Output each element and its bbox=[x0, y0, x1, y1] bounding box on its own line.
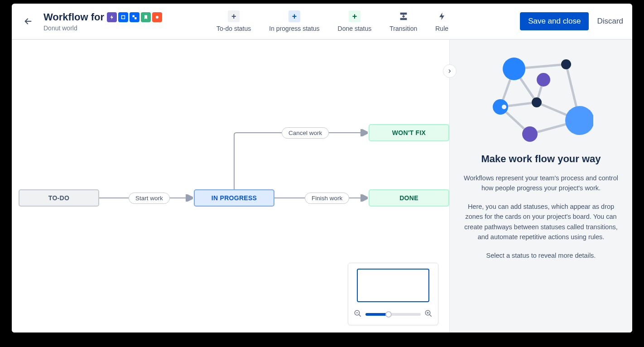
plus-icon: + bbox=[288, 10, 300, 22]
add-inprogress-status-button[interactable]: + In progress status bbox=[269, 10, 319, 32]
svg-point-34 bbox=[502, 105, 506, 109]
svg-rect-2 bbox=[135, 17, 137, 19]
status-toolbar: + To-do status + In progress status + Do… bbox=[216, 10, 448, 32]
page-title-prefix: Workflow for bbox=[43, 11, 104, 23]
zoom-in-button[interactable] bbox=[424, 309, 433, 319]
toolbar-label: Rule bbox=[435, 25, 448, 32]
editor-header: Workflow for Donut world + To-do status … bbox=[12, 4, 632, 40]
transition-cancel-work[interactable]: Cancel work bbox=[282, 127, 329, 139]
workflow-canvas[interactable]: TO-DO IN PROGRESS DONE WON'T FIX Start w… bbox=[12, 40, 449, 333]
discard-button[interactable]: Discard bbox=[597, 17, 623, 26]
detail-panel: Make work flow your way Workflows repres… bbox=[449, 40, 632, 333]
node-label: TO-DO bbox=[48, 194, 69, 202]
zoom-out-button[interactable] bbox=[354, 309, 362, 319]
title-block: Workflow for Donut world bbox=[43, 11, 162, 32]
zoom-in-icon bbox=[424, 309, 433, 318]
back-button[interactable] bbox=[21, 14, 35, 29]
svg-point-33 bbox=[537, 73, 550, 87]
svg-rect-4 bbox=[400, 13, 407, 15]
status-node-wont-fix[interactable]: WON'T FIX bbox=[369, 124, 449, 141]
node-label: WON'T FIX bbox=[392, 129, 426, 136]
zoom-slider[interactable] bbox=[365, 313, 421, 316]
subtask-icon bbox=[130, 12, 139, 22]
transition-label: Cancel work bbox=[288, 130, 322, 136]
story-icon bbox=[141, 12, 151, 22]
project-name: Donut world bbox=[43, 24, 162, 32]
add-todo-status-button[interactable]: + To-do status bbox=[216, 10, 251, 32]
bug-icon bbox=[152, 12, 162, 22]
add-rule-button[interactable]: Rule bbox=[435, 10, 448, 32]
panel-paragraph: Workflows represent your team's process … bbox=[459, 173, 623, 193]
svg-point-30 bbox=[522, 126, 538, 142]
zoom-out-icon bbox=[354, 309, 362, 318]
toolbar-label: Done status bbox=[338, 25, 372, 32]
panel-paragraph: Select a status to reveal more details. bbox=[459, 251, 623, 260]
epic-icon bbox=[107, 12, 117, 22]
plus-icon: + bbox=[228, 10, 240, 22]
transition-label: Finish work bbox=[312, 195, 342, 202]
transition-icon bbox=[398, 10, 409, 22]
issue-type-badges bbox=[107, 12, 162, 22]
svg-rect-5 bbox=[400, 18, 407, 20]
svg-point-32 bbox=[532, 97, 542, 107]
toolbar-label: Transition bbox=[389, 25, 417, 32]
transition-start-work[interactable]: Start work bbox=[129, 193, 170, 204]
svg-point-29 bbox=[565, 106, 593, 135]
toolbar-label: To-do status bbox=[216, 25, 251, 32]
zoom-controls bbox=[354, 309, 433, 319]
node-label: IN PROGRESS bbox=[211, 194, 257, 202]
node-label: DONE bbox=[399, 194, 418, 202]
toolbar-label: In progress status bbox=[269, 25, 319, 32]
svg-point-3 bbox=[156, 16, 159, 19]
svg-point-27 bbox=[503, 58, 525, 80]
svg-line-15 bbox=[429, 314, 432, 317]
task-icon bbox=[118, 12, 128, 22]
svg-rect-0 bbox=[122, 15, 125, 19]
minimap-viewport[interactable] bbox=[357, 269, 429, 302]
collapse-panel-button[interactable] bbox=[443, 64, 457, 78]
workflow-editor: Workflow for Donut world + To-do status … bbox=[12, 4, 632, 333]
chevron-right-icon bbox=[447, 68, 452, 74]
save-and-close-button[interactable]: Save and close bbox=[520, 12, 589, 30]
bolt-icon bbox=[436, 10, 448, 22]
add-transition-button[interactable]: Transition bbox=[389, 10, 417, 32]
zoom-slider-knob[interactable] bbox=[385, 311, 392, 318]
transition-finish-work[interactable]: Finish work bbox=[305, 193, 349, 204]
status-node-done[interactable]: DONE bbox=[369, 189, 449, 207]
transition-label: Start work bbox=[135, 195, 163, 202]
svg-line-12 bbox=[359, 314, 361, 317]
panel-title: Make work flow your way bbox=[459, 153, 623, 165]
arrow-left-icon bbox=[23, 16, 33, 26]
add-done-status-button[interactable]: + Done status bbox=[338, 10, 372, 32]
panel-paragraph: Here, you can add statuses, which appear… bbox=[459, 202, 623, 242]
status-node-in-progress[interactable]: IN PROGRESS bbox=[194, 189, 274, 207]
plus-icon: + bbox=[349, 10, 360, 22]
status-node-todo[interactable]: TO-DO bbox=[19, 189, 99, 207]
minimap bbox=[348, 263, 438, 325]
svg-rect-1 bbox=[133, 15, 135, 17]
svg-point-28 bbox=[561, 59, 571, 69]
workflow-illustration bbox=[489, 53, 593, 143]
